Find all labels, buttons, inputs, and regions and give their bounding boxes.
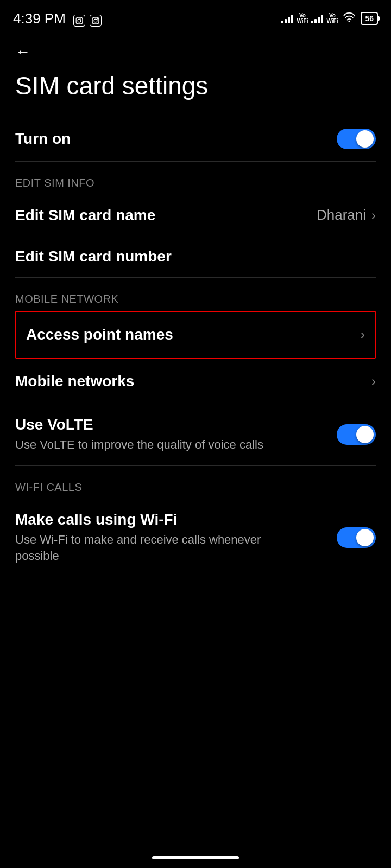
back-arrow-icon: ← [15, 43, 30, 60]
turn-on-section: Turn on [0, 117, 391, 161]
edit-sim-name-row[interactable]: Edit SIM card name Dharani › [15, 195, 376, 236]
instagram-icon-2 [90, 15, 102, 27]
edit-sim-name-label: Edit SIM card name [15, 207, 155, 224]
svg-point-6 [349, 20, 350, 22]
mobile-network-header: MOBILE NETWORK [0, 278, 391, 311]
turn-on-toggle-knob [356, 130, 374, 148]
volte-toggle-knob [356, 426, 374, 443]
use-volte-row[interactable]: Use VoLTE Use VoLTE to improve the quali… [15, 404, 376, 465]
turn-on-toggle[interactable] [337, 129, 376, 149]
mobile-networks-label: Mobile networks [15, 373, 134, 390]
edit-sim-name-value-group: Dharani › [317, 207, 376, 224]
make-calls-wifi-row[interactable]: Make calls using Wi-Fi Use Wi-Fi to make… [15, 499, 376, 577]
status-time: 4:39 PM [13, 10, 66, 27]
turn-on-row[interactable]: Turn on [15, 117, 376, 161]
access-point-chevron-icon: › [361, 327, 365, 342]
svg-point-2 [81, 18, 82, 20]
edit-sim-info-header: EDIT SIM INFO [0, 162, 391, 195]
signal-bars-1 [281, 14, 293, 23]
back-button[interactable]: ← [0, 33, 391, 66]
svg-rect-3 [92, 17, 99, 24]
edit-sim-number-row[interactable]: Edit SIM card number [15, 236, 376, 277]
battery-icon: 56 [361, 12, 378, 25]
make-calls-wifi-sublabel: Use Wi-Fi to make and receive calls when… [15, 532, 298, 565]
wifi-calls-toggle-knob [356, 529, 374, 546]
volte-toggle[interactable] [337, 424, 376, 445]
signal-bars-2 [311, 14, 323, 23]
wifi-calls-header: WI-FI CALLS [0, 466, 391, 499]
status-icons: VoWiFi VoWiFi 56 [281, 12, 378, 25]
svg-rect-0 [76, 17, 83, 24]
vo-wifi-2: VoWiFi [326, 13, 338, 24]
edit-sim-name-value: Dharani [317, 207, 366, 224]
signal-group-2: VoWiFi [311, 13, 338, 24]
mobile-networks-row[interactable]: Mobile networks › [15, 359, 376, 404]
wifi-calls-section: Make calls using Wi-Fi Use Wi-Fi to make… [0, 499, 391, 577]
wifi-icon [343, 12, 355, 25]
mobile-networks-section: Mobile networks › Use VoLTE Use VoLTE to… [0, 359, 391, 465]
access-point-container: Access point names › [0, 311, 391, 359]
mobile-networks-chevron-icon: › [371, 374, 376, 389]
instagram-icon-1 [73, 15, 85, 27]
svg-point-1 [78, 19, 81, 22]
make-calls-wifi-label: Make calls using Wi-Fi [15, 511, 337, 528]
make-calls-wifi-text-group: Make calls using Wi-Fi Use Wi-Fi to make… [15, 511, 337, 565]
page-title: SIM card settings [0, 66, 391, 117]
battery-level: 56 [365, 14, 374, 23]
svg-point-5 [97, 18, 98, 20]
svg-point-4 [94, 19, 97, 22]
wifi-calls-toggle[interactable] [337, 527, 376, 548]
edit-sim-number-label: Edit SIM card number [15, 248, 172, 265]
home-indicator [152, 856, 239, 859]
status-bar: 4:39 PM [0, 0, 391, 33]
edit-sim-name-chevron-icon: › [371, 208, 376, 223]
vo-wifi-1: VoWiFi [297, 13, 308, 24]
edit-sim-info-section: Edit SIM card name Dharani › Edit SIM ca… [0, 195, 391, 277]
turn-on-label: Turn on [15, 130, 71, 148]
use-volte-label: Use VoLTE [15, 416, 337, 433]
access-point-names-row[interactable]: Access point names › [15, 311, 376, 359]
access-point-names-label: Access point names [26, 326, 173, 343]
status-left: 4:39 PM [13, 10, 102, 27]
use-volte-sublabel: Use VoLTE to improve the quality of voic… [15, 437, 298, 454]
signal-group-1: VoWiFi [281, 13, 308, 24]
use-volte-text-group: Use VoLTE Use VoLTE to improve the quali… [15, 416, 337, 454]
